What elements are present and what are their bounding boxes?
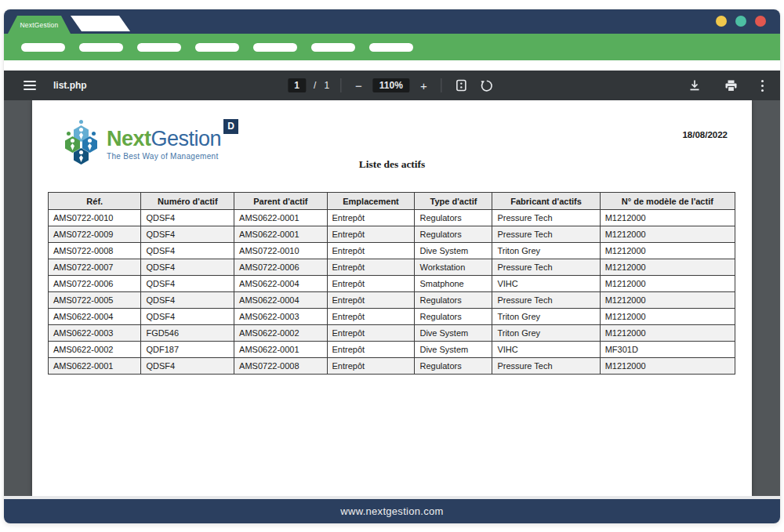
page-count: 1 <box>324 80 329 91</box>
pdf-filename: list.php <box>53 80 87 91</box>
table-cell: MF301D <box>600 342 735 358</box>
logo-text: NextGestion The Best Way of Management D <box>107 128 221 161</box>
table-cell: QDF187 <box>141 342 234 358</box>
browser-tab-nextgestion[interactable]: NextGestion <box>8 16 71 34</box>
window-minimize-dot[interactable] <box>716 16 727 27</box>
asset-table: Réf. Numéro d'actif Parent d'actif Empla… <box>48 192 735 375</box>
table-cell: M1212000 <box>600 259 735 276</box>
menu-pill[interactable] <box>21 43 65 52</box>
zoom-level-input[interactable]: 110% <box>373 78 409 92</box>
table-row: AMS0722-0010QDSF4AMS0622-0001EntrepôtReg… <box>49 210 735 226</box>
download-icon[interactable] <box>686 79 703 92</box>
table-cell: AMS0622-0004 <box>234 292 327 309</box>
column-header-location: Emplacement <box>327 193 415 210</box>
table-cell: QDSF4 <box>141 259 234 276</box>
asset-table-body: AMS0722-0010QDSF4AMS0622-0001EntrepôtReg… <box>49 210 735 375</box>
table-cell: Pressure Tech <box>492 259 600 276</box>
site-footer-url: www.nextgestion.com <box>340 505 443 517</box>
rotate-icon[interactable] <box>478 79 496 92</box>
table-cell: M1212000 <box>600 325 735 342</box>
pdf-toolbar-center: 1 / 1 − 110% + <box>288 71 495 100</box>
menu-pill[interactable] <box>253 43 297 52</box>
table-cell: Triton Grey <box>492 309 600 325</box>
table-cell: Smatphone <box>415 276 492 292</box>
zoom-out-button[interactable]: − <box>352 78 365 93</box>
table-cell: QDSF4 <box>141 226 234 243</box>
logo-d-badge-icon: D <box>223 119 238 134</box>
document-page: NextGestion The Best Way of Management D… <box>32 100 752 496</box>
table-cell: AMS0722-0006 <box>49 276 141 292</box>
table-cell: Entrepôt <box>327 276 415 292</box>
menu-pill[interactable] <box>137 43 181 52</box>
column-header-parent-asset: Parent d'actif <box>234 193 327 210</box>
table-cell: Entrepôt <box>327 259 415 276</box>
table-cell: AMS0622-0001 <box>234 342 327 358</box>
table-row: AMS0622-0001QDSF4AMS0722-0008EntrepôtReg… <box>49 358 735 375</box>
column-header-asset-type: Type d'actif <box>415 193 492 210</box>
table-cell: Entrepôt <box>327 358 415 375</box>
table-cell: AMS0622-0001 <box>234 226 327 243</box>
table-cell: AMS0622-0001 <box>49 358 141 375</box>
menu-pill[interactable] <box>79 43 123 52</box>
asset-table-header-row: Réf. Numéro d'actif Parent d'actif Empla… <box>49 193 735 210</box>
print-icon[interactable] <box>722 79 740 92</box>
table-cell: VIHC <box>492 342 600 358</box>
table-cell: M1212000 <box>600 226 735 243</box>
toolbar-divider <box>340 78 341 92</box>
column-header-model-number: N° de modèle de l'actif <box>600 193 735 210</box>
menu-icon[interactable] <box>24 78 36 92</box>
table-cell: Entrepôt <box>327 342 415 358</box>
table-cell: AMS0722-0010 <box>234 243 327 259</box>
table-cell: AMS0622-0001 <box>234 210 327 226</box>
pdf-toolbar: list.php 1 / 1 − 110% + <box>4 71 780 100</box>
page-top-gap <box>4 60 780 71</box>
table-cell: M1212000 <box>600 276 735 292</box>
window-close-dot[interactable] <box>755 16 766 27</box>
more-options-icon[interactable] <box>759 80 766 92</box>
site-footer: www.nextgestion.com <box>4 499 780 523</box>
toolbar-divider <box>441 78 442 92</box>
table-cell: Pressure Tech <box>492 210 600 226</box>
page-number-input[interactable]: 1 <box>288 78 306 92</box>
table-cell: AMS0622-0002 <box>234 325 327 342</box>
fit-to-page-icon[interactable] <box>453 79 470 92</box>
column-header-manufacturer: Fabricant d'actifs <box>492 193 600 210</box>
brand-name-first: Next <box>107 127 151 150</box>
browser-tab-blank[interactable] <box>71 16 130 31</box>
table-cell: Dive System <box>415 243 492 259</box>
table-cell: AMS0722-0005 <box>49 292 141 309</box>
brand-name-second: Gestion <box>151 127 222 150</box>
table-row: AMS0722-0009QDSF4AMS0622-0001EntrepôtReg… <box>49 226 735 243</box>
table-cell: Regulators <box>415 309 492 325</box>
table-cell: M1212000 <box>600 243 735 259</box>
window-maximize-dot[interactable] <box>735 16 746 27</box>
table-cell: AMS0622-0004 <box>234 276 327 292</box>
table-cell: M1212000 <box>600 292 735 309</box>
table-cell: QDSF4 <box>141 358 234 375</box>
table-cell: AMS0722-0010 <box>49 210 141 226</box>
table-cell: AMS0622-0003 <box>234 309 327 325</box>
table-row: AMS0722-0006QDSF4AMS0622-0004EntrepôtSma… <box>49 276 735 292</box>
table-cell: AMS0622-0003 <box>49 325 141 342</box>
window-controls <box>716 16 766 27</box>
column-header-asset-number: Numéro d'actif <box>141 193 234 210</box>
menu-pill[interactable] <box>195 43 239 52</box>
table-cell: Triton Grey <box>492 325 600 342</box>
table-cell: FGD546 <box>141 325 234 342</box>
table-cell: AMS0722-0008 <box>49 243 141 259</box>
menu-pill[interactable] <box>311 43 355 52</box>
pdf-toolbar-right <box>686 79 766 92</box>
table-row: AMS0622-0003FGD546AMS0622-0002EntrepôtDi… <box>49 325 735 342</box>
menu-pill[interactable] <box>369 43 413 52</box>
document-date: 18/08/2022 <box>682 130 728 139</box>
table-cell: Regulators <box>415 226 492 243</box>
table-row: AMS0622-0004QDSF4AMS0622-0003EntrepôtReg… <box>49 309 735 325</box>
column-header-ref: Réf. <box>49 193 141 210</box>
table-cell: AMS0622-0002 <box>49 342 141 358</box>
zoom-in-button[interactable]: + <box>417 78 430 93</box>
table-cell: AMS0722-0006 <box>234 259 327 276</box>
table-cell: Regulators <box>415 292 492 309</box>
table-row: AMS0722-0007QDSF4AMS0722-0006EntrepôtWor… <box>49 259 735 276</box>
table-cell: QDSF4 <box>141 292 234 309</box>
table-cell: Entrepôt <box>327 292 415 309</box>
